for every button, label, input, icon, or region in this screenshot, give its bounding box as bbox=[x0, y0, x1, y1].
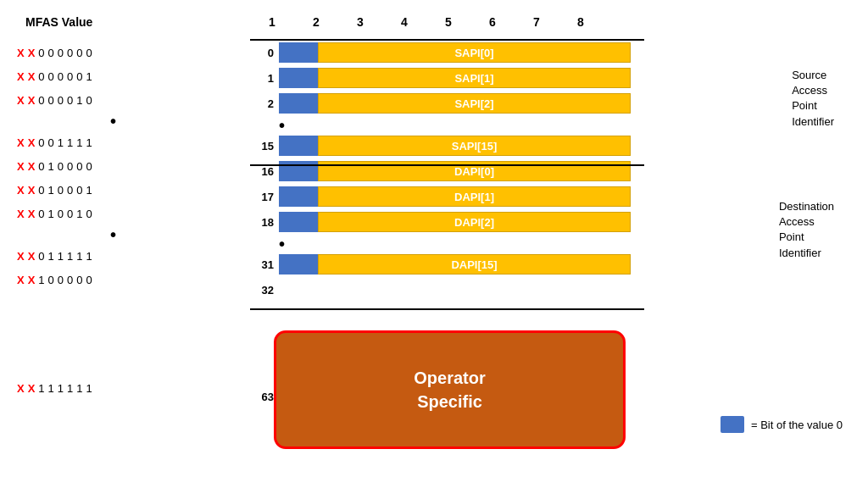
bar-blue-15 bbox=[279, 136, 318, 156]
bar-yellow-0: SAPI[0] bbox=[318, 42, 631, 63]
bar-yellow-18: DAPI[2] bbox=[318, 212, 631, 232]
bar-row-0: 0 SAPI[0] bbox=[250, 41, 631, 64]
col-num-4: 4 bbox=[382, 15, 426, 29]
mfas-row-31: X X 0 1 1 1 1 1 bbox=[17, 244, 116, 268]
col-num-5: 5 bbox=[426, 15, 470, 29]
operator-specific-label: Operator Specific bbox=[414, 366, 485, 413]
legend-blue-box bbox=[721, 416, 744, 433]
bar-yellow-1: SAPI[1] bbox=[318, 68, 631, 88]
bar-blue-18 bbox=[279, 212, 318, 232]
bar-label-2: 2 bbox=[250, 97, 274, 110]
main-container: MFAS Value 1 2 3 4 5 6 7 8 X X 0 0 0 0 0… bbox=[0, 0, 868, 488]
mfas-b4: 0 bbox=[67, 47, 73, 59]
col-num-3: 3 bbox=[338, 15, 382, 29]
bar-15: SAPI[15] bbox=[279, 136, 631, 156]
mfas-x2: X bbox=[28, 47, 36, 59]
col-num-7: 7 bbox=[515, 15, 559, 29]
bar-yellow-17: DAPI[1] bbox=[318, 186, 631, 207]
col-num-6: 6 bbox=[470, 15, 515, 29]
legend: = Bit of the value 0 bbox=[721, 416, 843, 433]
bar-yellow-2: SAPI[2] bbox=[318, 93, 631, 114]
operator-specific-box: Operator Specific bbox=[274, 330, 626, 449]
mfas-b1: 0 bbox=[38, 47, 44, 59]
bar-yellow-15: SAPI[15] bbox=[318, 136, 631, 156]
mfas-b5: 0 bbox=[76, 47, 82, 59]
legend-label: = Bit of the value 0 bbox=[751, 419, 843, 431]
bar-0: SAPI[0] bbox=[279, 42, 631, 63]
bar-row-1: 1 SAPI[1] bbox=[250, 66, 631, 90]
mfas-row-32: X X 1 0 0 0 0 0 bbox=[17, 268, 116, 291]
bar-label-63: 63 bbox=[250, 391, 274, 403]
mfas-x1: X bbox=[17, 47, 25, 59]
bar-label-18: 18 bbox=[250, 216, 274, 229]
bar-row-32-label: 32 bbox=[250, 278, 631, 302]
bar-label-1: 1 bbox=[250, 72, 274, 85]
dot-gap-1: • bbox=[250, 117, 631, 134]
hline-sapi-end bbox=[250, 164, 644, 166]
col-num-8: 8 bbox=[559, 15, 603, 29]
mfas-row-1: X X 0 0 0 0 0 1 bbox=[17, 64, 116, 88]
col-num-1: 1 bbox=[250, 15, 294, 29]
bar-label-16: 16 bbox=[250, 165, 274, 178]
bar-row-17: 17 DAPI[1] bbox=[250, 185, 631, 208]
bar-blue-17 bbox=[279, 186, 318, 207]
bar-17: DAPI[1] bbox=[279, 186, 631, 207]
bar-blue-31 bbox=[279, 254, 318, 274]
mfas-row-17: X X 0 1 0 0 0 1 bbox=[17, 178, 116, 202]
mfas-header: MFAS Value bbox=[25, 15, 92, 29]
hline-top bbox=[250, 39, 644, 41]
bar-row-31: 31 DAPI[15] bbox=[250, 252, 631, 276]
bar-yellow-31: DAPI[15] bbox=[318, 254, 631, 274]
mfas-values: X X 0 0 0 0 0 0 X X 0 0 0 0 0 1 X X 0 0 … bbox=[17, 41, 116, 400]
bar-1: SAPI[1] bbox=[279, 68, 631, 88]
mfas-row-16: X X 0 1 0 0 0 0 bbox=[17, 154, 116, 178]
bar-label-32: 32 bbox=[250, 284, 274, 297]
bar-row-18: 18 DAPI[2] bbox=[250, 210, 631, 234]
col-num-2: 2 bbox=[294, 15, 338, 29]
mfas-row-63: X X 1 1 1 1 1 1 bbox=[17, 376, 116, 400]
bar-blue-1 bbox=[279, 68, 318, 88]
dot-gap-2: • bbox=[250, 236, 631, 252]
mfas-b2: 0 bbox=[48, 47, 54, 59]
bar-31: DAPI[15] bbox=[279, 254, 631, 274]
mfas-b3: 0 bbox=[58, 47, 64, 59]
dot-1: • bbox=[279, 116, 285, 136]
bar-blue-2 bbox=[279, 93, 318, 114]
bar-blue-0 bbox=[279, 42, 318, 63]
mfas-row-15: X X 0 0 1 1 1 1 bbox=[17, 130, 116, 154]
mfas-row-0: X X 0 0 0 0 0 0 bbox=[17, 41, 116, 64]
bar-label-17: 17 bbox=[250, 191, 274, 203]
bar-row-16: 16 DAPI[0] bbox=[250, 159, 631, 183]
dot-2: • bbox=[279, 235, 285, 254]
bar-18: DAPI[2] bbox=[279, 212, 631, 232]
bar-row-2: 2 SAPI[2] bbox=[250, 92, 631, 115]
mfas-row-18: X X 0 1 0 0 1 0 bbox=[17, 202, 116, 225]
bar-label-0: 0 bbox=[250, 47, 274, 59]
source-api-label: Source Access Point Identifier bbox=[792, 68, 834, 130]
bar-label-31: 31 bbox=[250, 258, 274, 271]
bar-label-15: 15 bbox=[250, 140, 274, 152]
hline-dapi-end bbox=[250, 308, 644, 310]
mfas-row-2: X X 0 0 0 0 1 0 bbox=[17, 88, 116, 112]
bar-2: SAPI[2] bbox=[279, 93, 631, 114]
dest-api-label: Destination Access Point Identifier bbox=[779, 199, 834, 261]
column-numbers: 1 2 3 4 5 6 7 8 bbox=[250, 15, 603, 29]
mfas-b6: 0 bbox=[86, 47, 92, 59]
bar-row-15: 15 SAPI[15] bbox=[250, 134, 631, 158]
